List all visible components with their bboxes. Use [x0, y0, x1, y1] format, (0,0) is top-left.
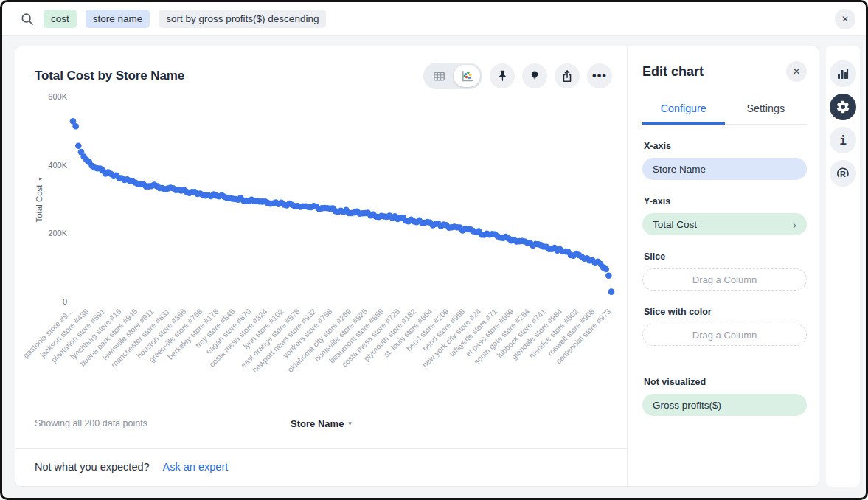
chevron-down-icon: ▾ [348, 420, 352, 427]
y-tick-label: 400K [48, 161, 67, 170]
chart-rail-button[interactable] [830, 60, 856, 87]
answer-card: Total Cost by Store Name [15, 46, 819, 487]
insight-button[interactable] [522, 63, 547, 88]
chart-view-button[interactable] [454, 65, 480, 87]
view-toggle [423, 63, 482, 89]
scatter-plot-canvas[interactable]: 0200K400K600KTotal Cost▾gastonia store #… [15, 89, 628, 414]
table-icon [432, 69, 446, 83]
search-tokens[interactable]: coststore namesort by gross profits($) d… [44, 10, 826, 28]
x-axis-selector[interactable]: Store Name ▾ [291, 418, 352, 429]
edit-chart-panel: Edit chart ✕ ConfigureSettings X-axisSto… [628, 46, 819, 486]
table-view-button[interactable] [426, 65, 452, 87]
pin-icon [495, 69, 510, 83]
data-point[interactable] [603, 266, 609, 273]
feedback-question: Not what you expected? [35, 461, 150, 473]
column-chip[interactable]: Gross profits($) [642, 394, 807, 416]
panel-close-button[interactable]: ✕ [786, 61, 807, 82]
search-bar[interactable]: coststore namesort by gross profits($) d… [2, 2, 866, 36]
panel-fields: X-axisStore NameY-axisTotal Cost›SliceDr… [642, 141, 807, 416]
gear-icon [836, 100, 850, 114]
tab-settings[interactable]: Settings [725, 95, 808, 125]
data-point[interactable] [72, 123, 79, 130]
column-chip[interactable]: Store Name [642, 158, 807, 180]
chart-section: Total Cost by Store Name [15, 46, 628, 486]
chart-title: Total Cost by Store Name [35, 69, 184, 83]
y-axis-title[interactable]: Total Cost▾ [35, 177, 44, 222]
column-chip[interactable]: Total Cost› [642, 213, 807, 235]
field-label: Slice with color [644, 307, 807, 317]
pin-button[interactable] [490, 63, 515, 88]
field-label: X-axis [644, 141, 807, 151]
field-label: Slice [644, 251, 807, 262]
share-button[interactable] [555, 63, 580, 88]
column-drop-zone[interactable]: Drag a Column [642, 268, 807, 291]
data-point[interactable] [608, 288, 615, 295]
y-tick-label: 600K [48, 92, 67, 101]
app-window: coststore namesort by gross profits($) d… [0, 0, 868, 500]
chart-footer: Showing all 200 data points Store Name ▾ [15, 414, 627, 433]
more-button[interactable]: ••• [587, 63, 612, 88]
search-clear-button[interactable]: ✕ [835, 9, 855, 29]
tab-configure[interactable]: Configure [642, 95, 725, 125]
ellipsis-icon: ••• [592, 70, 607, 82]
search-token[interactable]: store name [86, 10, 150, 28]
info-icon: i [839, 133, 847, 147]
y-tick-label: 0 [63, 297, 67, 306]
chart-toolbar: ••• [423, 63, 612, 89]
panel-tabs: ConfigureSettings [642, 95, 807, 125]
scatter-chart-icon [460, 69, 474, 83]
search-token[interactable]: sort by gross profits($) descending [159, 10, 326, 28]
panel-title: Edit chart [642, 64, 704, 80]
lightbulb-icon [527, 69, 542, 83]
search-icon [20, 12, 35, 27]
column-drop-zone[interactable]: Drag a Column [642, 324, 807, 346]
data-point[interactable] [75, 142, 82, 149]
field-label: Not visualized [644, 377, 807, 387]
data-point[interactable] [605, 273, 612, 279]
data-points-note: Showing all 200 data points [35, 418, 147, 428]
chevron-right-icon: › [793, 219, 796, 230]
settings-rail-button[interactable] [830, 94, 856, 120]
y-tick-label: 200K [48, 229, 67, 237]
right-icon-rail: i R [826, 46, 860, 487]
ask-expert-link[interactable]: Ask an expert [163, 461, 229, 473]
feedback-strip: Not what you expected? Ask an expert [15, 448, 627, 486]
field-label: Y-axis [644, 196, 807, 206]
r-analysis-rail-button[interactable]: R [830, 160, 856, 187]
share-icon [560, 69, 574, 83]
info-rail-button[interactable]: i [830, 127, 856, 153]
search-token[interactable]: cost [44, 10, 77, 28]
bar-chart-icon [836, 67, 850, 80]
